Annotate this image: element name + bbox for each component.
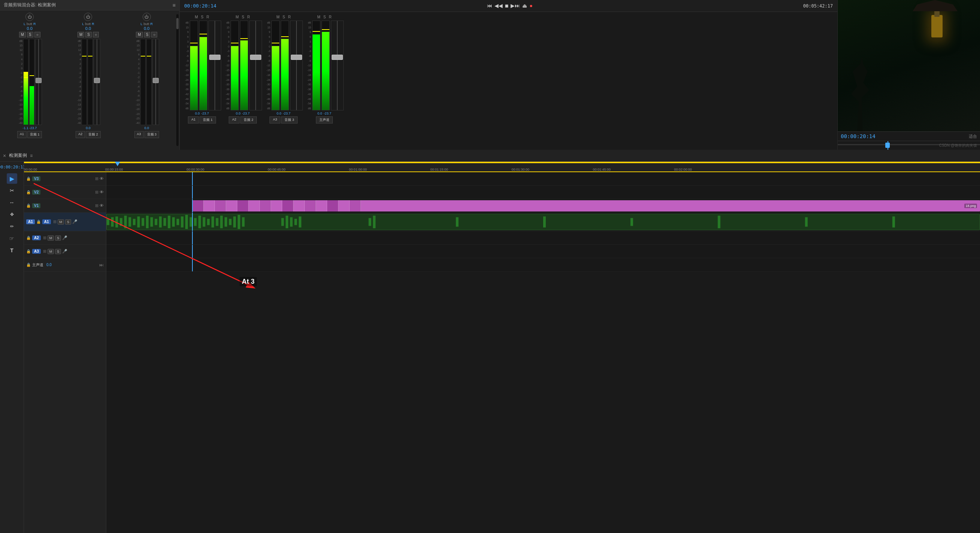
track-content-a1[interactable]	[106, 213, 980, 231]
transport-play-forward[interactable]: ▶⏭	[511, 3, 520, 10]
channel-link-btn-a3[interactable]: ○	[151, 32, 157, 37]
channel-tab-audio3[interactable]: 音频 3	[145, 131, 159, 138]
track-edit-icon-a3[interactable]: ⊞	[43, 249, 46, 254]
big-tab-audio1[interactable]: 音频 1	[199, 116, 216, 124]
track-active-badge-a1[interactable]: A1	[26, 220, 35, 224]
fader-a1[interactable]	[35, 39, 42, 125]
lock-icon-a1[interactable]: 🔒	[36, 220, 41, 224]
meter-right-a3	[146, 39, 152, 125]
tool-select[interactable]: ▶	[7, 173, 17, 184]
track-mic-icon-a2[interactable]: 🎤	[62, 235, 67, 241]
track-s-btn-a3[interactable]: S	[55, 249, 61, 254]
transport-record[interactable]: ●	[529, 3, 532, 10]
tool-ripple[interactable]: ✂	[7, 185, 17, 196]
track-edit-icon-v2[interactable]: ⊞	[95, 190, 99, 195]
channel-s-btn-a3[interactable]: S	[144, 32, 151, 37]
channel-link-btn-a2[interactable]: ○	[93, 32, 99, 37]
tool-text[interactable]: T	[7, 245, 17, 256]
video-clip-v1[interactable]: 18.png	[192, 200, 980, 212]
track-s-btn-a2[interactable]: S	[55, 235, 61, 241]
channel-power-a1[interactable]: ⏻	[25, 13, 34, 21]
track-edit-icon-v1[interactable]: ⊞	[95, 203, 99, 208]
big-tab-a1[interactable]: A1	[188, 116, 199, 124]
channel-power-a2[interactable]: ⏻	[84, 13, 92, 21]
track-m-btn-a3[interactable]: M	[48, 249, 54, 254]
track-edit-icon-a1[interactable]: ⊞	[53, 220, 57, 224]
track-mic-icon-a1[interactable]: 🎤	[72, 220, 78, 224]
track-badge-a3-inner[interactable]: A3	[32, 249, 41, 254]
track-eye-icon-v3[interactable]: 👁	[100, 176, 104, 181]
preview-fit-label[interactable]: 适合	[969, 134, 977, 139]
channel-tab-audio2[interactable]: 音频 2	[86, 131, 101, 138]
tool-pen[interactable]: ✏	[7, 221, 17, 232]
track-mic-icon-a3[interactable]: 🎤	[62, 249, 67, 254]
timeline-close-btn[interactable]: ×	[3, 153, 6, 159]
big-tab-audio2[interactable]: 音频 2	[240, 116, 257, 124]
track-content-v3[interactable]	[106, 172, 980, 186]
transport-export[interactable]: ⏏	[522, 3, 527, 10]
mixer-header: 音频剪辑混合器: 检测案例 ≡	[0, 0, 179, 11]
tool-roll[interactable]: ↔	[7, 197, 17, 208]
channel-power-a3[interactable]: ⏻	[143, 13, 151, 21]
track-badge-v1[interactable]: V1	[32, 203, 40, 208]
lock-icon-a2-outer[interactable]: 🔒	[26, 236, 31, 240]
channel-m-btn-a2[interactable]: M	[78, 32, 84, 37]
big-tab-audio3[interactable]: 音频 3	[281, 116, 298, 124]
lock-icon-v3[interactable]: 🔒	[26, 177, 31, 181]
channel-tab-a2[interactable]: A2	[76, 131, 85, 138]
track-m-btn-a2[interactable]: M	[48, 235, 54, 241]
track-m-btn-a1[interactable]: M	[58, 220, 64, 224]
track-badge-v2[interactable]: V2	[32, 190, 40, 195]
track-edit-icon-v3[interactable]: ⊞	[95, 176, 99, 181]
big-fader-a2[interactable]	[249, 21, 262, 110]
transport-to-start[interactable]: ⏮	[487, 3, 492, 10]
timeline-menu-icon[interactable]: ≡	[30, 153, 33, 158]
lock-icon-v1[interactable]: 🔒	[26, 204, 31, 208]
big-tab-a2[interactable]: A2	[229, 116, 240, 124]
audio-clip-a1[interactable]	[106, 214, 980, 230]
track-content-a3[interactable]	[106, 245, 980, 258]
track-content-a2[interactable]	[106, 231, 980, 245]
big-fader-a1[interactable]	[208, 21, 221, 110]
svg-rect-22	[198, 216, 201, 228]
big-fader-a3[interactable]	[290, 21, 303, 110]
tool-slip[interactable]: ✥	[7, 209, 17, 220]
channel-link-btn-a1[interactable]: ○	[35, 32, 40, 37]
mixer-menu-icon[interactable]: ≡	[173, 2, 175, 8]
track-eye-icon-v1[interactable]: 👁	[100, 203, 104, 208]
fader-a2[interactable]	[94, 39, 100, 125]
channel-tab-a1[interactable]: A1	[17, 131, 27, 138]
track-s-btn-a1[interactable]: S	[65, 220, 71, 224]
channel-s-btn-a1[interactable]: S	[27, 32, 33, 37]
timecode-right: 00:05:42:17	[803, 3, 833, 9]
big-val-left-a1: 0.0	[195, 111, 200, 115]
channel-m-btn-a1[interactable]: M	[19, 32, 26, 37]
timeline-ruler[interactable]: 00:00:00 00:00:15:00 00:00:30:00 00:00:4…	[24, 162, 980, 172]
track-edit-icon-a2[interactable]: ⊞	[43, 235, 46, 241]
track-badge-a2-inner[interactable]: A2	[32, 235, 41, 240]
channel-s-btn-a2[interactable]: S	[85, 32, 92, 37]
big-fader-master[interactable]	[331, 21, 344, 110]
lock-icon-master[interactable]: 🔒	[26, 263, 31, 267]
lock-icon-a3-outer[interactable]: 🔒	[26, 249, 31, 253]
channel-tab-a3[interactable]: A3	[134, 131, 144, 138]
channel-m-btn-a3[interactable]: M	[136, 32, 143, 37]
transport-back[interactable]: ◀◀	[495, 3, 503, 10]
track-content: 18.png	[106, 172, 980, 533]
track-content-master[interactable]	[106, 258, 980, 272]
svg-rect-5	[124, 216, 127, 228]
track-end-icon[interactable]: ⏭	[99, 263, 104, 267]
track-badge-v3[interactable]: V3	[32, 176, 40, 181]
tool-hand[interactable]: ☞	[7, 233, 17, 243]
track-content-v2[interactable]	[106, 186, 980, 199]
channel-tab-audio1[interactable]: 音频 1	[27, 131, 42, 138]
lock-icon-v2[interactable]: 🔒	[26, 190, 31, 194]
big-tab-a3[interactable]: A3	[269, 116, 280, 124]
transport-stop[interactable]: ■	[505, 3, 509, 10]
track-content-v1[interactable]: 18.png	[106, 199, 980, 213]
transport-bar: 00:00:20:14 ⏮ ◀◀ ■ ▶⏭ ⏏ ● 00:05:42:17	[180, 0, 837, 12]
big-tab-master[interactable]: 主声道	[316, 116, 333, 124]
track-eye-icon-v2[interactable]: 👁	[100, 190, 104, 195]
fader-a3[interactable]	[152, 39, 159, 125]
track-badge-a1-inner[interactable]: A1	[42, 220, 51, 224]
